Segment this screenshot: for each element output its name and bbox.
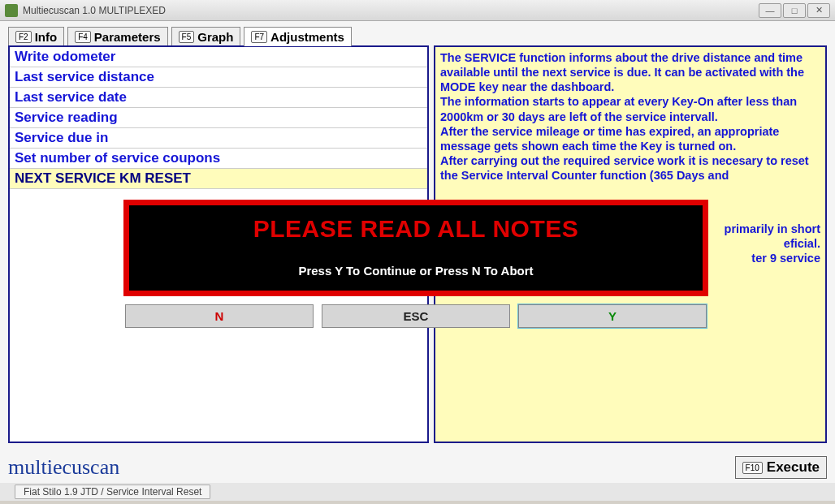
tab-parameters[interactable]: F4 Parameters [67, 27, 167, 46]
minimize-button[interactable]: — [759, 3, 781, 18]
tab-label: Adjustments [270, 30, 344, 44]
fkey-badge: F5 [179, 31, 195, 43]
execute-button[interactable]: F10 Execute [735, 456, 827, 479]
abort-button[interactable]: N [125, 304, 314, 328]
app-icon [5, 4, 18, 17]
list-item[interactable]: Service reading [10, 108, 427, 128]
brand-logo: multiecuscan [8, 455, 119, 480]
info-paragraph: The information starts to appear at ever… [440, 94, 820, 123]
execute-label: Execute [767, 459, 820, 476]
dialog-title: PLEASE READ ALL NOTES [137, 215, 694, 243]
window-titlebar: Multiecuscan 1.0 MULTIPLEXED — □ ✕ [0, 0, 835, 21]
info-paragraph: The SERVICE function informs about the d… [440, 50, 820, 94]
list-item-selected[interactable]: NEXT SERVICE KM RESET [10, 169, 427, 189]
fkey-badge: F7 [251, 31, 267, 43]
list-item[interactable]: Last service distance [10, 67, 427, 88]
tab-info[interactable]: F2 Info [8, 27, 64, 46]
list-item[interactable]: Write odometer [10, 47, 427, 67]
tab-bar: F2 Info F4 Parameters F5 Graph F7 Adjust… [0, 21, 835, 45]
tab-label: Parameters [94, 30, 161, 44]
fkey-badge: F10 [742, 462, 763, 474]
tab-graph[interactable]: F5 Graph [171, 27, 241, 46]
list-item[interactable]: Set number of service coupons [10, 149, 427, 169]
confirm-dialog: PLEASE READ ALL NOTES Press Y To Continu… [123, 200, 708, 328]
info-paragraph: After the service mileage or time has ex… [440, 124, 820, 153]
fkey-badge: F4 [75, 31, 91, 43]
list-item[interactable]: Last service date [10, 88, 427, 108]
list-item[interactable]: Service due in [10, 128, 427, 149]
status-text: Fiat Stilo 1.9 JTD / Service Interval Re… [15, 485, 210, 499]
continue-button[interactable]: Y [518, 304, 707, 328]
info-paragraph: After carrying out the required service … [440, 153, 820, 183]
escape-button[interactable]: ESC [322, 304, 510, 328]
tab-label: Info [35, 30, 58, 44]
window-title: Multiecuscan 1.0 MULTIPLEXED [23, 5, 166, 16]
tab-adjustments[interactable]: F7 Adjustments [244, 27, 352, 46]
fkey-badge: F2 [15, 31, 32, 43]
tab-label: Graph [197, 30, 233, 44]
maximize-button[interactable]: □ [783, 3, 806, 18]
close-button[interactable]: ✕ [807, 3, 830, 18]
status-bar: Fiat Stilo 1.9 JTD / Service Interval Re… [0, 483, 835, 501]
dialog-subtitle: Press Y To Continue or Press N To Abort [137, 264, 694, 278]
